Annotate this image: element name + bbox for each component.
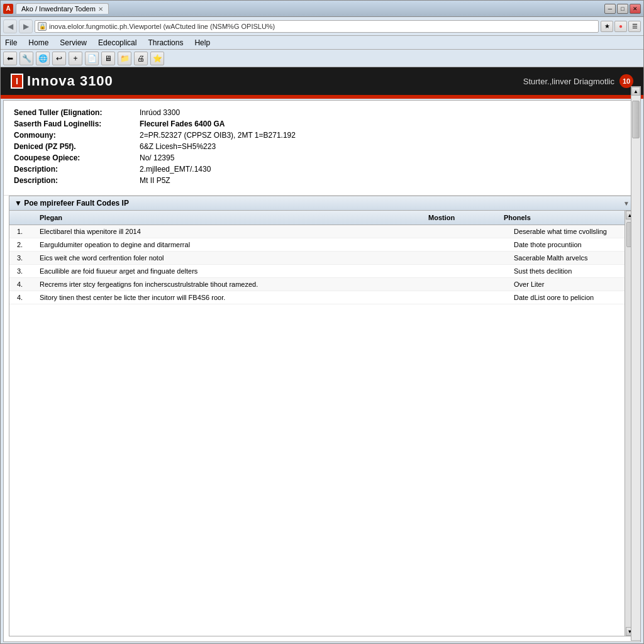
row-num-1: 2. xyxy=(9,238,35,251)
menu-file[interactable]: File xyxy=(3,38,19,48)
home-tool-button[interactable]: 🌐 xyxy=(36,52,50,65)
page-scroll-thumb[interactable] xyxy=(632,101,640,138)
fault-section: ▼ Poe mpirefeer Fault Codes IP ▼ Plegan … xyxy=(9,196,635,636)
row-num-4: 4. xyxy=(9,278,35,291)
menu-edecoplical[interactable]: Edecoplical xyxy=(96,38,138,48)
row-motion-2 xyxy=(433,255,509,260)
col-num-header xyxy=(9,213,35,223)
star-tool-button[interactable]: ⭐ xyxy=(150,52,164,65)
add-tool-button[interactable]: + xyxy=(69,52,82,65)
menu-thractions[interactable]: Thractions xyxy=(146,38,185,48)
col-phonels-header: Phonels xyxy=(499,213,625,223)
table-row: 1. Electibarel thia wpenitore ill 2014 D… xyxy=(9,225,635,238)
info-label-6: Description: xyxy=(14,176,140,185)
page-tool-button[interactable]: 📄 xyxy=(85,52,99,65)
info-value-4: No/ 12395 xyxy=(140,153,174,162)
row-motion-5 xyxy=(433,295,509,300)
menu-bar: File Home Serview Edecoplical Thractions… xyxy=(1,36,643,50)
info-row-1: Saserth Faud Loginellis: Flecurel Fades … xyxy=(14,119,630,128)
table-row: 3. Eics weit che word cerfrention foler … xyxy=(9,252,635,265)
favorites-button[interactable]: ★ xyxy=(601,21,613,32)
info-value-1: Flecurel Fades 6400 GA xyxy=(140,119,225,128)
tab-title: Ako / Inwedntary Todem xyxy=(21,5,96,13)
row-motion-0 xyxy=(433,229,509,234)
maximize-button[interactable]: □ xyxy=(617,4,628,14)
browser-tab[interactable]: Ako / Inwedntary Todem ✕ xyxy=(16,3,109,14)
accent-bar xyxy=(1,95,643,99)
browser-nav-bar: ◀ ▶ 🔒 inova.elolor.fungmotiic.ph.Viewpor… xyxy=(1,17,643,36)
back-tool-button[interactable]: ⬅ xyxy=(3,52,17,65)
info-value-3: 6&Z Licesh=SH5%223 xyxy=(140,142,216,151)
unknown-tool-1[interactable]: ↩ xyxy=(52,52,66,65)
back-button[interactable]: ◀ xyxy=(3,19,17,33)
folder-tool-button[interactable]: 📁 xyxy=(118,52,131,65)
fault-rows: 1. Electibarel thia wpenitore ill 2014 D… xyxy=(9,225,635,304)
row-desc-0: Electibarel thia wpenitore ill 2014 xyxy=(35,225,433,238)
window-controls: ─ □ ✕ xyxy=(604,4,641,14)
table-row: 4. Sitory tinen thest center be licte th… xyxy=(9,291,635,304)
page-scroll-up-button[interactable]: ▲ xyxy=(631,87,640,96)
refresh-button[interactable]: ● xyxy=(614,21,627,32)
row-desc-2: Eics weit che word cerfrention foler not… xyxy=(35,252,433,264)
info-row-0: Sened Tuller (Elignation: Inrúod 3300 xyxy=(14,108,630,117)
header-right-text: Sturter.,linver Driagmotlic xyxy=(523,77,614,86)
table-row: 4. Recrems irter stcy fergeatigns fon in… xyxy=(9,278,635,291)
row-num-3: 3. xyxy=(9,265,35,277)
page-scrollbar[interactable]: ▲ xyxy=(631,86,641,641)
fault-header-dropdown-icon[interactable]: ▼ xyxy=(623,200,630,207)
row-desc-5: Sitory tinen thest center be licte ther … xyxy=(35,291,433,304)
info-value-6: Mt II P5Z xyxy=(140,176,170,185)
address-bar[interactable]: 🔒 inova.elolor.fungmotiic.ph.Viewportel … xyxy=(35,20,599,33)
fault-header: ▼ Poe mpirefeer Fault Codes IP ▼ xyxy=(9,196,635,211)
col-mostion-header: Mostion xyxy=(423,213,499,223)
row-num-5: 4. xyxy=(9,291,35,304)
minimize-button[interactable]: ─ xyxy=(604,4,616,14)
info-row-5: Description: 2.mjlleed_EMT/.1430 xyxy=(14,165,630,174)
app-logo: I Innova 3100 xyxy=(11,73,113,89)
table-row: 2. Earguldumiter opeation to degine and … xyxy=(9,238,635,252)
info-row-3: Deniced (PZ P5f). 6&Z Licesh=SH5%223 xyxy=(14,142,630,151)
row-desc-4: Recrems irter stcy fergeatigns fon inche… xyxy=(35,278,433,291)
forward-button[interactable]: ▶ xyxy=(19,19,33,33)
close-button[interactable]: ✕ xyxy=(630,4,641,14)
window: A Ako / Inwedntary Todem ✕ ─ □ ✕ ◀ ▶ 🔒 i… xyxy=(0,0,644,644)
info-label-0: Sened Tuller (Elignation: xyxy=(14,108,140,117)
title-bar: A Ako / Inwedntary Todem ✕ ─ □ ✕ xyxy=(1,1,643,17)
row-desc-3: Eacullible are foid fiuueur arget and fi… xyxy=(35,265,433,277)
info-label-1: Saserth Faud Loginellis: xyxy=(14,119,140,128)
app-header-right: Sturter.,linver Driagmotlic 10 xyxy=(523,74,633,88)
monitor-tool-button[interactable]: 🖥 xyxy=(101,52,115,65)
tools-button[interactable]: ☰ xyxy=(628,21,641,32)
info-label-2: Conmouny: xyxy=(14,131,140,140)
info-label-3: Deniced (PZ P5f). xyxy=(14,142,140,151)
menu-home[interactable]: Home xyxy=(26,38,50,48)
row-motion-3 xyxy=(433,269,509,274)
security-icon: 🔒 xyxy=(38,22,47,31)
title-bar-left: A Ako / Inwedntary Todem ✕ xyxy=(3,3,109,14)
row-num-0: 1. xyxy=(9,225,35,238)
row-motion-4 xyxy=(433,282,509,287)
app-title: Innova 3100 xyxy=(27,73,113,89)
logo-box: I xyxy=(11,74,23,89)
page-wrapper: I Innova 3100 Sturter.,linver Driagmotli… xyxy=(1,67,643,643)
info-row-4: Cooupese Opiece: No/ 12395 xyxy=(14,153,630,162)
tab-close-button[interactable]: ✕ xyxy=(98,6,103,13)
info-section: Sened Tuller (Elignation: Inrúod 3300 Sa… xyxy=(4,101,640,196)
print-tool-button[interactable]: 🖨 xyxy=(134,52,148,65)
col-plegan-header: Plegan xyxy=(35,213,423,223)
menu-help[interactable]: Help xyxy=(192,38,212,48)
info-row-2: Conmouny: 2=PR.52327 (CPPSZ OIB3), 2MT 1… xyxy=(14,131,630,140)
fault-table: Plegan Mostion Phonels ▲ 1. Electibarel … xyxy=(9,211,635,636)
app-header: I Innova 3100 Sturter.,linver Driagmotli… xyxy=(1,67,643,95)
menu-serview[interactable]: Serview xyxy=(58,38,89,48)
main-content: Sened Tuller (Elignation: Inrúod 3300 Sa… xyxy=(3,100,641,642)
toolbar: ⬅ 🔧 🌐 ↩ + 📄 🖥 📁 🖨 ⭐ xyxy=(1,50,643,67)
info-value-0: Inrúod 3300 xyxy=(140,108,180,117)
info-value-2: 2=PR.52327 (CPPSZ OIB3), 2MT 1=B271.192 xyxy=(140,131,296,140)
row-phonels-3: Sust thets declition xyxy=(509,265,635,277)
table-row: 3. Eacullible are foid fiuueur arget and… xyxy=(9,265,635,278)
row-phonels-4: Over Liter xyxy=(509,278,635,291)
browser-action-buttons: ★ ● ☰ xyxy=(601,21,641,32)
settings-tool-button[interactable]: 🔧 xyxy=(19,52,33,65)
address-text: inova.elolor.fungmotiic.ph.Viewportel (w… xyxy=(49,23,596,30)
